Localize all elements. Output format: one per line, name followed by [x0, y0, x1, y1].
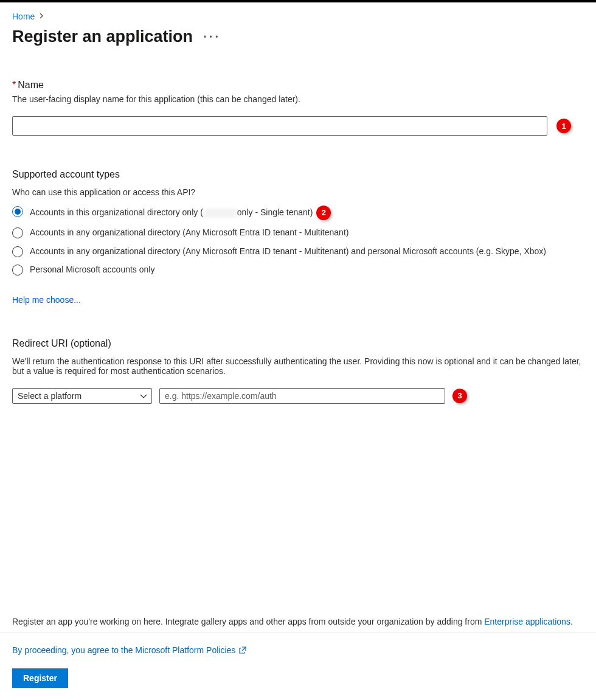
radio-single-tenant[interactable]: [12, 206, 23, 217]
redirect-uri-description: We'll return the authentication response…: [12, 356, 584, 376]
register-button[interactable]: Register: [12, 668, 68, 688]
platform-policies-link[interactable]: By proceeding, you agree to the Microsof…: [12, 645, 584, 655]
radio-multi-tenant[interactable]: [12, 227, 23, 238]
radio-personal-only-label: Personal Microsoft accounts only: [30, 264, 154, 276]
name-description: The user-facing display name for this ap…: [12, 94, 584, 104]
chevron-right-icon: [40, 13, 44, 20]
bottom-hint-text: Register an app you're working on here. …: [0, 617, 596, 632]
external-link-icon: [239, 646, 246, 654]
annotation-badge-3: 3: [452, 389, 467, 403]
radio-multi-tenant-label: Accounts in any organizational directory…: [30, 227, 348, 239]
redirect-uri-title: Redirect URI (optional): [12, 338, 584, 349]
enterprise-applications-link[interactable]: Enterprise applications: [484, 617, 570, 626]
radio-single-tenant-label: Accounts in this organizational director…: [30, 206, 331, 220]
app-name-input[interactable]: [12, 116, 547, 136]
redacted-tenant-name: [204, 209, 236, 218]
redirect-uri-input[interactable]: [159, 388, 445, 404]
breadcrumb-home-link[interactable]: Home: [12, 12, 35, 21]
radio-personal-only[interactable]: [12, 265, 23, 275]
radio-multi-tenant-personal-label: Accounts in any organizational directory…: [30, 246, 546, 258]
radio-multi-tenant-personal[interactable]: [12, 246, 23, 257]
platform-select[interactable]: Select a platform: [12, 388, 152, 404]
platform-select-value: Select a platform: [18, 391, 81, 401]
more-actions-icon[interactable]: • • •: [204, 33, 218, 41]
account-types-title: Supported account types: [12, 169, 584, 180]
page-title: Register an application: [12, 27, 193, 46]
name-label: *Name: [12, 80, 584, 91]
footer: By proceeding, you agree to the Microsof…: [0, 632, 596, 700]
annotation-badge-2: 2: [316, 206, 331, 220]
account-types-question: Who can use this application or access t…: [12, 187, 584, 197]
breadcrumb: Home: [12, 12, 584, 21]
required-asterisk-icon: *: [12, 80, 16, 90]
help-me-choose-link[interactable]: Help me choose...: [12, 295, 81, 305]
annotation-badge-1: 1: [556, 119, 571, 133]
